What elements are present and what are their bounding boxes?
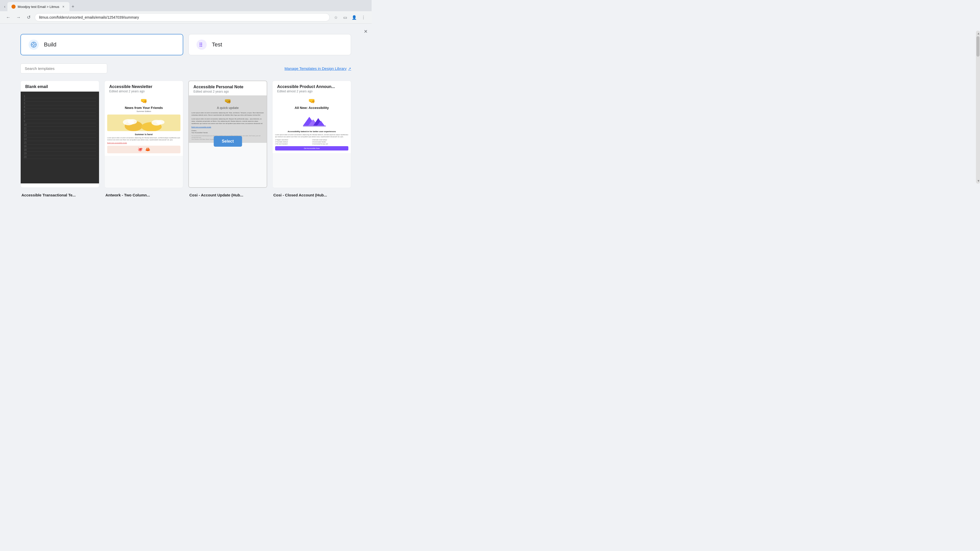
blank-line-4: 4 <box>24 105 96 109</box>
check-6: ☑ Commented for easy use! <box>312 143 348 144</box>
new-tab-button[interactable]: + <box>69 3 76 11</box>
template-card-product[interactable]: Accessible Product Announ... Edited almo… <box>272 81 351 188</box>
blank-line-14: 14 <box>24 138 96 141</box>
template-title-personal: Accessible Personal Note <box>193 85 262 89</box>
nl-body-text: Lorem ipsum dolor sit amet consectetur a… <box>107 137 180 141</box>
build-card[interactable]: Build <box>21 34 183 56</box>
template-preview-newsletter: 🤜 News from Your Friends Summer Edition <box>105 95 183 187</box>
blank-line-13: 13 <box>24 134 96 138</box>
pn-title: A quick update <box>191 106 264 110</box>
blank-line-1: 1 <box>24 95 96 98</box>
template-subtitle-product: Edited almost 2 years ago <box>277 89 346 93</box>
pn-icon-row: 🤜 <box>191 98 264 105</box>
main-content: × Build <box>0 24 372 207</box>
check-2: ☑ Semantic email markup! <box>312 139 348 141</box>
nl-banner <box>107 114 180 131</box>
incognito-button[interactable]: 👤 <box>350 13 358 21</box>
svg-point-10 <box>200 44 200 45</box>
svg-point-1 <box>33 44 35 46</box>
check-5: ☑ No more frustration! <box>275 143 312 144</box>
pn-friends: Your Accessible Friends <box>191 132 264 133</box>
bookmark-button[interactable]: ☆ <box>332 13 340 21</box>
template-title-product: Accessible Product Announ... <box>277 84 346 89</box>
blank-line-12: 12 <box>24 130 96 134</box>
tab-favicon <box>11 5 16 9</box>
blank-line-20: 20 <box>24 156 96 159</box>
build-icon <box>29 40 39 50</box>
prod-icon-row: 🤜 <box>275 98 348 104</box>
back-button[interactable]: ← <box>4 13 12 21</box>
active-tab[interactable]: Moodjoy test Email > Litmus × <box>7 2 69 11</box>
forward-button[interactable]: → <box>14 13 22 21</box>
nl-footer: 🐙 🦀 <box>107 146 180 153</box>
tab-title: Moodjoy test Email > Litmus <box>18 5 59 9</box>
address-input[interactable] <box>35 13 330 21</box>
nl-subtitle: Summer Edition <box>107 110 180 113</box>
toolbar-icons: ☆ ▭ 👤 ⋮ <box>332 13 368 21</box>
nl-icon-row: 🤜 <box>107 98 180 104</box>
pn-body-1: Lorem ipsum dolor sit amet consectetur a… <box>191 112 264 116</box>
nl-link: Build more accessible emails <box>107 142 180 144</box>
svg-point-16 <box>128 119 137 124</box>
blank-line-7: 7 <box>24 116 96 120</box>
bottom-label-2: Cosi - Account Update (Hub... <box>188 193 267 197</box>
template-card-personal[interactable]: Accessible Personal Note Edited almost 2… <box>188 81 267 188</box>
svg-point-6 <box>201 43 202 44</box>
prod-visual <box>275 112 348 128</box>
blank-line-5: 5 <box>24 109 96 113</box>
svg-point-8 <box>201 46 202 47</box>
template-card-newsletter[interactable]: Accessible Newsletter Edited almost 2 ye… <box>104 81 183 188</box>
check-1: ☑ Happier subscribers! <box>275 139 312 141</box>
menu-button[interactable]: ⋮ <box>360 13 368 21</box>
template-card-blank[interactable]: Blank email 1 2 3 4 5 6 7 9 10 11 12 13 … <box>21 81 99 188</box>
address-bar-row: ← → ↺ ☆ ▭ 👤 ⋮ <box>0 11 372 24</box>
blank-line-15: 15 <box>24 141 96 144</box>
blank-line-16: 16 <box>24 144 96 148</box>
check-3: ☑ Touchable interface! <box>275 141 312 143</box>
template-subtitle-personal: Edited almost 2 years ago <box>193 90 262 94</box>
template-header-newsletter: Accessible Newsletter Edited almost 2 ye… <box>105 81 183 95</box>
blank-line-6: 6 <box>24 113 96 116</box>
svg-point-9 <box>200 43 200 44</box>
prod-checklist: ☑ Happier subscribers! ☑ Semantic email … <box>275 139 348 144</box>
blank-preview: 1 2 3 4 5 6 7 9 10 11 12 13 14 15 16 18 <box>21 92 99 183</box>
browser-chrome: ‹ Moodjoy test Email > Litmus × + ← → ↺ … <box>0 0 372 24</box>
test-icon <box>197 40 207 50</box>
template-header-blank: Blank email <box>21 81 99 92</box>
svg-point-7 <box>201 44 202 45</box>
prod-tagline: Accessibility baked-in for better user e… <box>275 130 348 133</box>
nl-summer-text: Summer is here! <box>107 133 180 136</box>
tab-close-button[interactable]: × <box>61 4 65 9</box>
tab-nav-back[interactable]: ‹ <box>2 3 7 10</box>
build-test-row: Build Test <box>21 34 351 56</box>
manage-templates-link[interactable]: Manage Templates in Design Library ↗ <box>285 66 351 71</box>
test-card[interactable]: Test <box>188 34 351 56</box>
bottom-label-1: Antwork - Two Column... <box>104 193 183 197</box>
template-title-blank: Blank email <box>25 84 94 89</box>
pn-cheers: Cheers, <box>191 130 264 131</box>
prod-title: All New: Accessibility <box>275 106 348 110</box>
bottom-labels-row: Accessible Transactional Te... Antwork -… <box>21 193 351 197</box>
external-link-icon: ↗ <box>348 67 351 71</box>
blank-line-10: 10 <box>24 123 96 127</box>
product-preview-content: 🤜 All New: Accessibility Acces <box>272 95 351 153</box>
blank-line-11: 11 <box>24 127 96 130</box>
bottom-label-0: Accessible Transactional Te... <box>21 193 99 197</box>
svg-point-11 <box>200 46 200 47</box>
reload-button[interactable]: ↺ <box>24 13 33 21</box>
template-header-product: Accessible Product Announ... Edited almo… <box>272 81 351 95</box>
template-header-personal: Accessible Personal Note Edited almost 2… <box>189 81 267 95</box>
search-input[interactable] <box>21 64 107 73</box>
blank-line-2: 2 <box>24 98 96 102</box>
close-button[interactable]: × <box>364 28 368 35</box>
blank-line-18: 18 <box>24 148 96 152</box>
select-button[interactable]: Select <box>213 136 242 147</box>
template-title-newsletter: Accessible Newsletter <box>109 84 178 89</box>
svg-point-18 <box>156 120 165 124</box>
bottom-label-3: Cosi - Closed Account (Hub... <box>272 193 351 197</box>
pn-body-2: Lorem ipsum dolor sit amet consectetur a… <box>191 118 264 125</box>
template-preview-blank: 1 2 3 4 5 6 7 9 10 11 12 13 14 15 16 18 <box>21 92 99 183</box>
tablet-icon-button[interactable]: ▭ <box>341 13 349 21</box>
templates-grid: Blank email 1 2 3 4 5 6 7 9 10 11 12 13 … <box>21 81 351 188</box>
blank-line-9: 9 <box>24 120 96 123</box>
